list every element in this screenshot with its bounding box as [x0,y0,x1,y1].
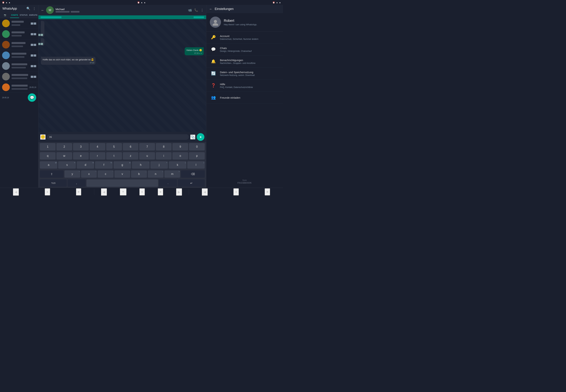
key-q[interactable]: q [40,152,56,159]
chat-item-5[interactable]: ██:██ [0,61,38,71]
key-0[interactable]: 0 [189,143,205,151]
settings-header: ← Einstellungen [206,5,283,13]
chat-info-1 [12,21,29,26]
nav-overview-right[interactable]: ■ [265,188,270,196]
nav-overview-center[interactable]: ■ [158,188,163,196]
key-o[interactable]: o [173,152,188,159]
key-j[interactable]: j+ [150,161,168,168]
chat-item-4[interactable]: ██:██ [0,50,38,61]
key-d[interactable]: d$ [77,161,94,168]
settings-item-chats[interactable]: 💬 Chats Design, Hintergründe, Chatverlau… [206,43,283,56]
send-button[interactable]: ➤ [197,133,204,141]
emoji-button[interactable]: 🙂 [40,134,46,140]
chat-menu-button[interactable]: ⋮ [201,8,204,12]
key-f[interactable]: f% [95,161,113,168]
key-t[interactable]: t [106,152,122,159]
key-w[interactable]: w [57,152,72,159]
key-shift[interactable]: ⇧ [40,170,64,178]
settings-item-help[interactable]: ❓ Hilfe FAQ, Kontakt, Datenschutzrichtli… [206,80,283,92]
nav-home-center[interactable]: ● [139,188,145,196]
key-comma[interactable]: , [68,179,86,187]
settings-back-button[interactable]: ← [209,7,213,11]
chat-item-6[interactable]: ██:██ [0,71,38,82]
tab-anrufe[interactable]: ANRUFE [28,12,38,18]
key-z[interactable]: z [123,152,139,159]
settings-text-invite: Freunde einladen [220,96,279,99]
message-received-1: ██:██ [41,21,44,37]
chat-item-1[interactable]: ██:██ [0,18,38,29]
main-layout: WhatsApp 🔍 ⋮ 📷 CHATS STATUS ANRUFE ██:██… [0,5,283,188]
key-enter[interactable]: ↵ [178,179,205,187]
nav-overview-left[interactable]: ■ [76,188,81,196]
key-n[interactable]: n! [148,170,163,178]
back-icon[interactable]: ← [41,8,44,12]
profile-section[interactable]: Robert Hey there! I am using WhatsApp. [206,13,283,31]
chat-header-info: Michael [56,8,186,13]
key-l[interactable]: l) [187,161,205,168]
voice-call-button[interactable]: 📞 [194,8,198,12]
chat-name-1 [12,21,29,23]
message-input[interactable] [47,134,189,140]
key-3[interactable]: 3 [73,143,89,151]
nav-back-left[interactable]: ◀ [13,188,19,196]
key-8[interactable]: 8 [156,143,172,151]
chat-item-7[interactable]: 29.05.19 [0,82,38,93]
key-c[interactable]: c' [98,170,113,178]
nav-home-right[interactable]: ● [233,188,239,196]
key-2[interactable]: 2 [57,143,72,151]
settings-item-invite[interactable]: 👥 Freunde einladen [206,92,283,104]
tab-status[interactable]: STATUS [19,12,28,18]
key-h[interactable]: h- [132,161,149,168]
settings-item-data[interactable]: 🔄 Daten- und Speichernutzung Netzwerk-Nu… [206,68,283,80]
video-call-button[interactable]: 📹 [188,8,192,12]
tab-chats[interactable]: CHATS [10,12,19,18]
nav-down-center[interactable]: ▼ [120,188,127,196]
chat-name-7 [12,84,28,87]
settings-item-account[interactable]: 🔑 Account Datenschutz, Sicherheit, Numme… [206,31,283,43]
key-p[interactable]: p [189,152,205,159]
data-sublabel: Netzwerk-Nutzung, autom. Download [220,74,279,76]
attach-button[interactable]: 📎 [190,135,195,140]
compose-fab-button[interactable]: 💬 [28,93,36,102]
chat-name-5 [12,63,29,66]
nav-home-left[interactable]: ● [45,188,50,196]
key-m[interactable]: m? [164,170,180,178]
chat-avatar-2 [2,30,10,38]
search-button[interactable]: 🔍 [26,7,30,11]
tab-camera[interactable]: 📷 [0,12,10,18]
key-1[interactable]: 1 [40,143,56,151]
key-period[interactable]: . [159,179,177,187]
key-symbols[interactable]: ?123 [40,179,67,187]
data-label: Daten- und Speichernutzung [220,71,279,74]
key-u[interactable]: u [139,152,155,159]
key-7[interactable]: 7 [139,143,155,151]
chat-item-2[interactable]: ██:██ [0,29,38,40]
key-5[interactable]: 5 [106,143,122,151]
key-b[interactable]: b; [131,170,147,178]
key-6[interactable]: 6 [123,143,139,151]
key-4[interactable]: 4 [90,143,105,151]
key-e[interactable]: e [73,152,89,159]
key-s[interactable]: s# [58,161,76,168]
key-backspace[interactable]: ⌫ [181,170,205,178]
key-space[interactable] [87,179,158,187]
nav-forward-center[interactable]: ▶ [176,188,182,196]
chat-avatar-6 [2,73,10,81]
nav-back-right[interactable]: ◀ [202,188,208,196]
nav-back-center[interactable]: ◀ [101,188,107,196]
key-a[interactable]: a@ [40,161,57,168]
key-i[interactable]: i [156,152,172,159]
key-v[interactable]: v: [115,170,130,178]
key-9[interactable]: 9 [173,143,188,151]
chat-preview-4 [12,56,29,58]
chat-item-3[interactable]: ██:██ [0,40,38,50]
key-g[interactable]: g& [114,161,131,168]
menu-button[interactable]: ⋮ [33,7,36,11]
key-y[interactable]: y* [64,170,80,178]
alarm-icon-left: ⏰ [2,1,4,4]
key-x[interactable]: x" [81,170,97,178]
key-r[interactable]: r [90,152,105,159]
messages-area[interactable]: ██:██ ██:██ Vielen Dank 🙂 07:20 ✓✓ Hoffe… [38,19,206,132]
settings-item-notifications[interactable]: 🔔 Benachrichtigungen Nachrichten-, Grupp… [206,56,283,68]
key-k[interactable]: k( [169,161,186,168]
